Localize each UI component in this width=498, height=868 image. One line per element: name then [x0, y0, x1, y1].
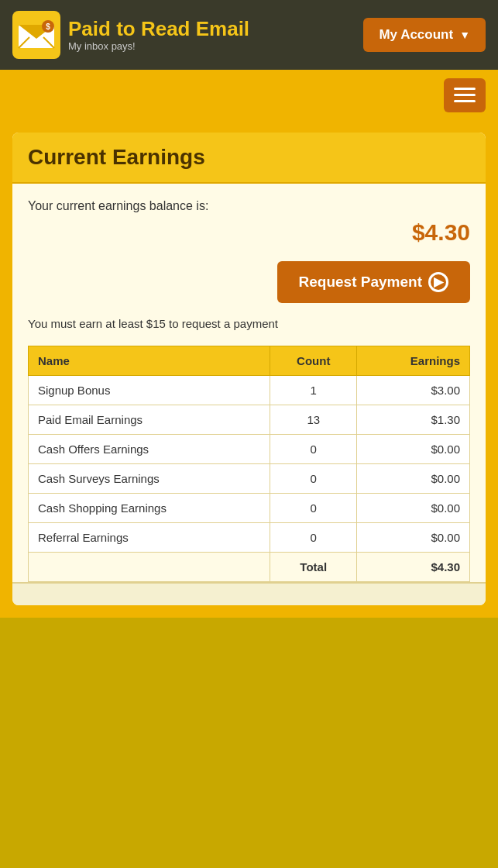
svg-text:$: $ — [46, 22, 50, 31]
my-account-label: My Account — [379, 27, 453, 43]
logo-text: Paid to Read Email My inbox pays! — [68, 18, 249, 52]
table-row: Cash Surveys Earnings 0 $0.00 — [29, 463, 470, 493]
row-earnings: $3.00 — [357, 375, 470, 405]
row-name: Cash Surveys Earnings — [29, 463, 270, 493]
row-earnings: $1.30 — [357, 405, 470, 434]
card-body: Your current earnings balance is: $4.30 … — [12, 184, 486, 582]
balance-label: Your current earnings balance is: — [28, 199, 470, 213]
col-header-count: Count — [270, 346, 357, 375]
row-count: 13 — [270, 405, 357, 434]
site-name-part2: Read Email — [141, 17, 249, 40]
card-footer — [12, 582, 486, 605]
row-name: Paid Email Earnings — [29, 405, 270, 434]
hamburger-line-1 — [454, 88, 476, 90]
logo-area: $ Paid to Read Email My inbox pays! — [12, 11, 249, 59]
arrow-circle-icon: ▶ — [428, 272, 448, 292]
row-count: 0 — [270, 463, 357, 493]
row-count: 0 — [270, 522, 357, 552]
hamburger-menu-button[interactable] — [444, 78, 486, 112]
main-content: Current Earnings Your current earnings b… — [0, 120, 498, 618]
row-name: Referral Earnings — [29, 522, 270, 552]
my-account-button[interactable]: My Account ▼ — [363, 18, 486, 52]
row-name: Signup Bonus — [29, 375, 270, 405]
row-earnings: $0.00 — [357, 463, 470, 493]
my-account-caret-icon: ▼ — [459, 29, 470, 41]
earnings-table: Name Count Earnings Signup Bonus 1 $3.00… — [28, 346, 470, 582]
col-header-earnings: Earnings — [357, 346, 470, 375]
row-count: 1 — [270, 375, 357, 405]
site-header: $ Paid to Read Email My inbox pays! My A… — [0, 0, 498, 70]
total-value: $4.30 — [357, 552, 470, 581]
total-label: Total — [270, 552, 357, 581]
row-name: Cash Offers Earnings — [29, 434, 270, 463]
site-name: Paid to Read Email — [68, 18, 249, 40]
earnings-card: Current Earnings Your current earnings b… — [12, 133, 486, 605]
row-count: 0 — [270, 493, 357, 522]
table-row: Signup Bonus 1 $3.00 — [29, 375, 470, 405]
table-header-row: Name Count Earnings — [29, 346, 470, 375]
table-row: Referral Earnings 0 $0.00 — [29, 522, 470, 552]
logo-icon: $ — [12, 11, 60, 59]
table-row: Cash Offers Earnings 0 $0.00 — [29, 434, 470, 463]
site-name-part1: Paid to — [68, 17, 136, 40]
table-row: Paid Email Earnings 13 $1.30 — [29, 405, 470, 434]
row-name: Cash Shopping Earnings — [29, 493, 270, 522]
total-row: Total $4.30 — [29, 552, 470, 581]
site-tagline: My inbox pays! — [68, 40, 249, 52]
request-payment-button[interactable]: Request Payment ▶ — [277, 261, 470, 303]
hamburger-line-2 — [454, 94, 476, 96]
row-earnings: $0.00 — [357, 522, 470, 552]
request-payment-wrap: Request Payment ▶ — [28, 261, 470, 303]
total-label-empty — [29, 552, 270, 581]
hamburger-line-3 — [454, 100, 476, 102]
row-earnings: $0.00 — [357, 434, 470, 463]
nav-bar — [0, 70, 498, 120]
card-title: Current Earnings — [12, 133, 486, 184]
request-payment-label: Request Payment — [299, 274, 422, 291]
balance-amount: $4.30 — [28, 219, 470, 246]
row-count: 0 — [270, 434, 357, 463]
minimum-notice: You must earn at least $15 to request a … — [28, 315, 470, 333]
col-header-name: Name — [29, 346, 270, 375]
row-earnings: $0.00 — [357, 493, 470, 522]
table-row: Cash Shopping Earnings 0 $0.00 — [29, 493, 470, 522]
